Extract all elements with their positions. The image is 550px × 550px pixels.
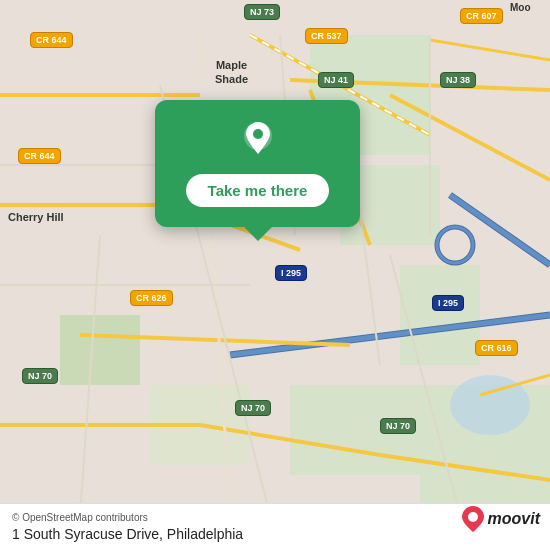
cr616-right-label: CR 616 bbox=[475, 340, 518, 356]
cr607-label: CR 607 bbox=[460, 8, 503, 24]
svg-point-41 bbox=[468, 512, 478, 522]
take-me-there-button[interactable]: Take me there bbox=[186, 174, 330, 207]
moovit-text: moovit bbox=[488, 510, 540, 528]
svg-point-36 bbox=[437, 227, 473, 263]
cr626-label: CR 626 bbox=[130, 290, 173, 306]
nj70-right-label: NJ 70 bbox=[380, 418, 416, 434]
popup-card: Take me there bbox=[155, 100, 360, 227]
nj70-mid-label: NJ 70 bbox=[235, 400, 271, 416]
nj70-left-label: NJ 70 bbox=[22, 368, 58, 384]
cherry-hill-label: Cherry Hill bbox=[8, 210, 64, 224]
address-label: 1 South Syracuse Drive, Philadelphia bbox=[12, 526, 538, 542]
svg-point-40 bbox=[253, 129, 263, 139]
maple-shade-label: MapleShade bbox=[215, 58, 248, 87]
nj73-label: NJ 73 bbox=[244, 4, 280, 20]
cr644-mid-label: CR 644 bbox=[18, 148, 61, 164]
svg-rect-2 bbox=[400, 265, 480, 365]
cr644-top-label: CR 644 bbox=[30, 32, 73, 48]
moo-label: Moo bbox=[510, 2, 531, 13]
map-attribution: © OpenStreetMap contributors bbox=[12, 512, 538, 523]
moovit-pin-icon bbox=[462, 506, 484, 532]
moovit-logo: moovit bbox=[462, 506, 540, 532]
svg-rect-3 bbox=[60, 315, 140, 385]
i295-mid-label: I 295 bbox=[432, 295, 464, 311]
map-container: CR 644 CR 644 CR 537 CR 607 CR 616 CR 61… bbox=[0, 0, 550, 550]
i295-top-label: I 295 bbox=[275, 265, 307, 281]
svg-line-11 bbox=[430, 40, 550, 60]
nj38-label: NJ 38 bbox=[440, 72, 476, 88]
cr537-label: CR 537 bbox=[305, 28, 348, 44]
location-pin-icon bbox=[236, 118, 280, 162]
nj41-label: NJ 41 bbox=[318, 72, 354, 88]
